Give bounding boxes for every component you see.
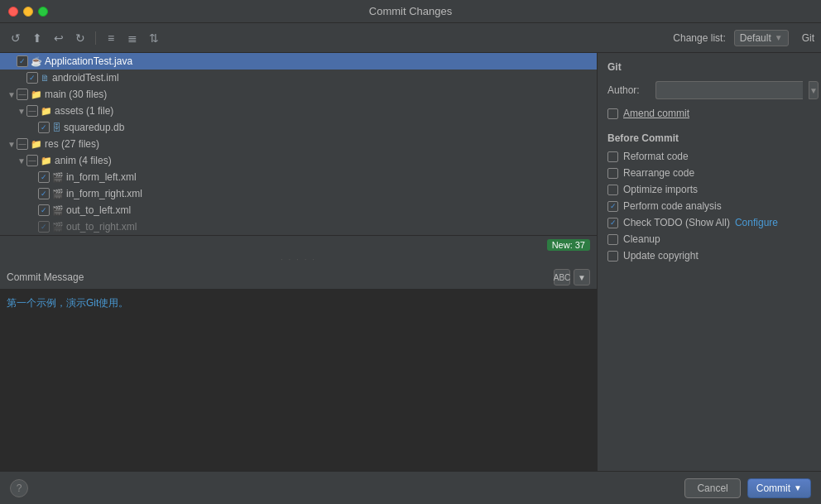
cleanup-row[interactable]: Cleanup [607,233,811,245]
toolbar-btn-2[interactable]: ⬆ [28,29,46,47]
changelist-value: Default [740,32,771,44]
commit-message-section: Commit Message ABC ▼ 第一个示例，演示Git使用。 [0,266,597,478]
tree-item-main-folder[interactable]: ▼ — 📁 main (30 files) [0,86,597,103]
xml-file-icon: 🎬 [52,205,64,216]
toolbar-btn-3[interactable]: ↩ [50,29,68,47]
perform-code-analysis-row[interactable]: ✓ Perform code analysis [607,200,811,212]
help-button[interactable]: ? [10,479,28,497]
reformat-code-checkbox[interactable] [607,151,618,162]
bottom-bar: ? Cancel Commit ▼ [0,471,821,504]
toolbar-btn-5[interactable]: ≡ [102,29,120,47]
spell-check-button[interactable]: ABC [554,269,570,286]
checkbox[interactable]: ✓ [17,55,28,67]
checkbox[interactable]: — [17,89,28,100]
cleanup-checkbox[interactable] [607,234,618,245]
checkbox[interactable]: — [26,105,38,117]
tree-item-out-to-right[interactable]: ✓ 🎬 out_to_right.xml [0,218,597,235]
file-name: res (27 files) [45,138,99,150]
commit-button[interactable]: Commit ▼ [747,478,811,498]
file-tree[interactable]: ✓ ☕ ApplicationTest.java ✓ 🗎 androidTest… [0,53,597,235]
checkbox[interactable]: ✓ [38,122,50,133]
xml-file-icon: 🎬 [52,189,64,199]
iml-file-icon: 🗎 [41,73,50,83]
before-commit-header: Before Commit [607,132,811,144]
reformat-code-label: Reformat code [623,151,689,162]
checkbox[interactable]: ✓ [38,171,50,183]
optimize-imports-label: Optimize imports [623,184,698,195]
tree-item-squaredup-db[interactable]: ✓ 🗄 squaredup.db [0,119,597,136]
changelist-caret-icon: ▼ [775,33,783,42]
tree-item-anim-folder[interactable]: ▼ — 📁 anim (4 files) [0,152,597,169]
checkbox[interactable]: ✓ [38,188,50,199]
amend-commit-label: Amend commit [623,108,689,119]
amend-commit-checkbox-row[interactable]: Amend commit [607,108,811,119]
rearrange-code-row[interactable]: Rearrange code [607,167,811,179]
arrow-icon: ▼ [7,90,17,99]
checkbox[interactable]: — [26,155,38,166]
minimize-button[interactable] [23,7,33,17]
more-options-button[interactable]: ▼ [574,269,590,286]
commit-message-label: Commit Message [7,271,84,283]
file-name: in_form_right.xml [66,188,142,199]
amend-commit-checkbox[interactable] [607,108,618,119]
check-todo-label: Check TODO (Show All) [623,217,730,228]
tree-item-assets-folder[interactable]: ▼ — 📁 assets (1 file) [0,103,597,119]
file-name: ApplicationTest.java [45,55,132,67]
update-copyright-row[interactable]: Update copyright [607,250,811,262]
tree-item-in-form-right[interactable]: ✓ 🎬 in_form_right.xml [0,185,597,202]
checkbox[interactable]: ✓ [26,72,38,84]
maximize-button[interactable] [38,7,48,17]
changelist-dropdown[interactable]: Default ▼ [734,30,789,46]
drag-handle-dots: · · · · · [281,255,316,264]
commit-message-input[interactable]: 第一个示例，演示Git使用。 [0,290,597,478]
file-name: in_form_left.xml [66,171,137,183]
file-name: main (30 files) [45,89,107,100]
tree-item-in-form-left[interactable]: ✓ 🎬 in_form_left.xml [0,169,597,185]
configure-link[interactable]: Configure [735,217,778,228]
checkbox[interactable]: ✓ [38,221,50,233]
author-label: Author: [607,84,649,96]
git-tab[interactable]: Git [802,32,814,44]
xml-file-icon: 🎬 [52,172,64,183]
arrow-icon: ▼ [17,156,26,166]
author-row: Author: ▼ [607,81,811,99]
reformat-code-row[interactable]: Reformat code [607,151,811,162]
commit-message-tools: ABC ▼ [554,269,590,286]
author-input[interactable] [655,81,803,99]
optimize-imports-row[interactable]: Optimize imports [607,184,811,195]
author-dropdown-arrow[interactable]: ▼ [809,81,819,99]
cancel-button[interactable]: Cancel [684,478,740,498]
update-copyright-checkbox[interactable] [607,251,618,262]
drag-handle[interactable]: · · · · · [0,253,597,266]
folder-icon: 📁 [41,156,52,166]
toolbar-btn-6[interactable]: ≣ [123,29,142,47]
traffic-lights [8,7,48,17]
tree-item-out-to-left[interactable]: ✓ 🎬 out_to_left.xml [0,202,597,218]
check-todo-checkbox[interactable]: ✓ [607,218,618,228]
commit-message-header: Commit Message ABC ▼ [0,266,597,290]
tree-item-res-folder[interactable]: ▼ — 📁 res (27 files) [0,136,597,152]
title-bar: Commit Changes [0,0,821,23]
rearrange-code-checkbox[interactable] [607,168,618,179]
db-file-icon: 🗄 [52,122,61,132]
toolbar-btn-1[interactable]: ↺ [7,29,25,47]
perform-code-analysis-checkbox[interactable]: ✓ [607,201,618,212]
toolbar-btn-4[interactable]: ↻ [71,29,89,47]
git-label: Git [607,61,811,73]
tree-item-application-test-java[interactable]: ✓ ☕ ApplicationTest.java [0,53,597,70]
file-name: anim (4 files) [55,155,112,166]
perform-code-analysis-label: Perform code analysis [623,200,722,212]
commit-dropdown-arrow-icon: ▼ [794,483,802,492]
toolbar: ↺ ⬆ ↩ ↻ ≡ ≣ ⇅ Change list: Default ▼ Git [0,23,821,53]
checkbox[interactable]: — [17,138,28,150]
arrow-icon: ▼ [7,140,17,149]
optimize-imports-checkbox[interactable] [607,185,618,195]
check-todo-row[interactable]: ✓ Check TODO (Show All) Configure [607,217,811,228]
toolbar-btn-7[interactable]: ⇅ [145,29,163,47]
checkbox[interactable]: ✓ [38,204,50,216]
close-button[interactable] [8,7,18,17]
changelist-label: Change list: [673,32,725,44]
tree-item-android-test-iml[interactable]: ✓ 🗎 androidTest.iml [0,70,597,86]
arrow-icon: ▼ [17,107,26,116]
file-status-bar: New: 37 [0,235,597,253]
